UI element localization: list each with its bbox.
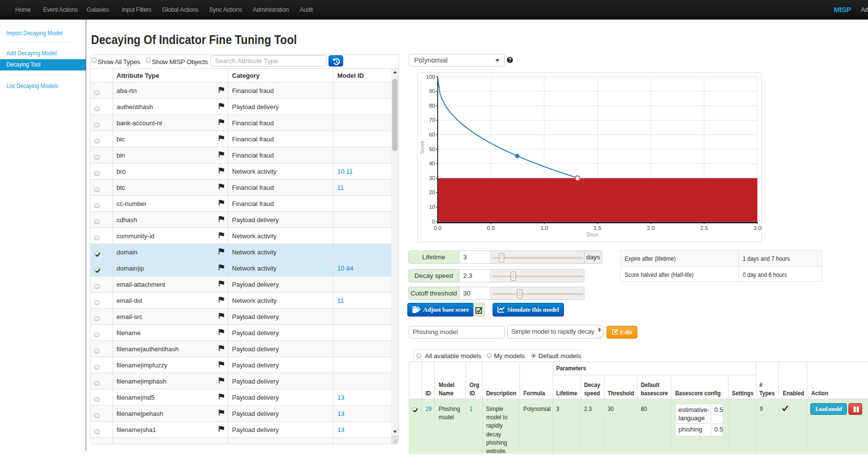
- svg-text:Score: Score: [419, 140, 425, 154]
- svg-text:30: 30: [429, 175, 435, 181]
- svg-text:2.0: 2.0: [647, 225, 655, 231]
- svg-text:1.5: 1.5: [594, 225, 602, 231]
- svg-text:70: 70: [429, 117, 435, 123]
- svg-text:Days: Days: [586, 231, 598, 237]
- svg-text:10: 10: [429, 204, 435, 210]
- svg-text:90: 90: [429, 88, 435, 94]
- svg-text:40: 40: [429, 160, 435, 166]
- svg-text:20: 20: [429, 189, 435, 195]
- svg-text:60: 60: [429, 132, 435, 137]
- svg-text:3.0: 3.0: [753, 225, 761, 231]
- svg-text:50: 50: [429, 146, 435, 152]
- svg-text:0.5: 0.5: [487, 225, 495, 231]
- svg-text:0: 0: [432, 219, 435, 225]
- svg-text:80: 80: [429, 103, 435, 109]
- svg-text:?: ?: [508, 57, 511, 63]
- svg-text:1.0: 1.0: [540, 225, 548, 231]
- svg-text:2.5: 2.5: [700, 225, 708, 231]
- svg-text:0.0: 0.0: [434, 225, 442, 231]
- svg-text:100: 100: [426, 74, 435, 80]
